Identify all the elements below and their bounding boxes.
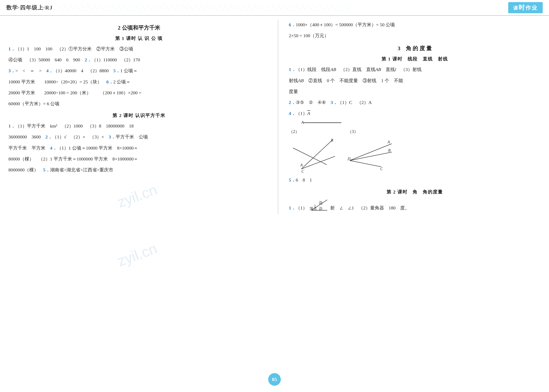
page-number: 85 xyxy=(268,373,281,386)
num-l2-5: 5． xyxy=(43,167,50,173)
svg-line-10 xyxy=(350,144,392,161)
ans-l1-q1: 1．（1）1 100 100 （2）①平方分米 ②平方米 ③公顷 xyxy=(8,44,270,54)
diagram-4-3-label: （3） xyxy=(348,129,358,134)
subsection2-title: 第 2 课时 认识平方千米 xyxy=(8,112,270,119)
subsection1-title: 第 1 课时 认 识 公 顷 xyxy=(8,35,270,42)
subsection-r2-title: 第 2 课时 角 角的度量 xyxy=(289,189,541,195)
num-r1-1: 1． xyxy=(289,67,296,72)
num-l1-5: 5． xyxy=(113,68,120,73)
ans-l2-q3b: 平方千米 平方米 4．（1）1 公顷＝10000 平方米 8×10000＝ xyxy=(8,143,270,153)
ans-l1-q1b: ④公顷 （3）50000 640 6 900 2．（1）110000 （2）17… xyxy=(8,55,270,65)
subsection-r1-title: 第 1 课时 线段 直线 射线 xyxy=(289,56,541,62)
section2-title: 3 角 的 度 量 xyxy=(289,45,541,52)
num-l1-1: 1． xyxy=(8,46,15,51)
ans-l1-q3: 3．> < ＝ > 4．（1）40000 4 （2）8800 5．1 公顷＝ xyxy=(8,66,270,76)
ans-r1-q1: 1．（1）线段 线段AB （2）直线 直线AB 直线l （3）射线 xyxy=(289,65,541,74)
ke-char: 课 xyxy=(513,6,519,11)
watermark-2: zyil.cn xyxy=(115,240,159,270)
num-l2-4: 4． xyxy=(50,145,57,151)
ans-r1-q1b: 射线AB ②直线 0 个 不能度量 ③射线 1 个 不能 xyxy=(289,76,541,85)
num-l1-2: 2． xyxy=(85,57,92,62)
shi-char: 时 xyxy=(519,4,526,11)
section1-title: 2 公顷和平方千米 xyxy=(8,24,270,32)
svg-line-4 xyxy=(301,140,333,169)
right-column: 6．1000×（400＋100）= 500000（平方米）= 50 公顷 2×5… xyxy=(278,20,541,214)
svg-text:C: C xyxy=(380,167,383,171)
ans-r1-q4-label: 4．（1）A xyxy=(289,109,541,118)
diagram-4-3: （3） A B D C xyxy=(348,129,394,173)
diagram-4-1: A xyxy=(301,119,541,127)
svg-text:边: 边 xyxy=(319,201,323,205)
num-l1-3: 3． xyxy=(8,68,15,73)
ans-r1-q5: 5．6 8 1 xyxy=(289,175,541,185)
num-r-6: 6． xyxy=(289,22,296,27)
left-column: 2 公顷和平方千米 第 1 课时 认 识 公 顷 1．（1）1 100 100 … xyxy=(8,20,270,214)
diagram-area-4: （2） A B C xyxy=(289,129,541,173)
ans-r-6b: 2×50 = 100（万元） xyxy=(289,31,541,41)
ans-r2-q1: 1．（1） 顶点 边 边 1 射 ∠ ∠1 （2）量角器 180 度。 xyxy=(289,198,541,213)
angle-diagram: 顶点 边 边 1 xyxy=(309,198,328,212)
diagram-4-2: （2） A B C xyxy=(289,129,335,173)
svg-rect-1 xyxy=(57,5,351,11)
ans-l2-q1b: 36000000 3600 2．（1）√ （2）× （3）× 3．平方千米 公顷 xyxy=(8,132,270,142)
zuo-char: 作业 xyxy=(526,5,538,11)
svg-text:A: A xyxy=(300,163,303,167)
header-badge: 课时作业 xyxy=(508,2,543,13)
diagram-4-2-label: （2） xyxy=(289,129,299,134)
svg-text:1: 1 xyxy=(314,204,316,208)
ans-l2-q1: 1．（1）平方千米 km² （2）1000 （3）8 18000000 18 xyxy=(8,121,270,131)
svg-line-5 xyxy=(301,156,335,169)
svg-line-15 xyxy=(350,161,381,167)
svg-text:A: A xyxy=(387,140,390,144)
ans-l2-q4b: 8000000（棵） 5．湖南省>湖北省>江西省>重庆市 xyxy=(8,165,270,175)
num-l1-4: 4． xyxy=(46,68,53,73)
num-r1-4: 4． xyxy=(289,111,296,116)
svg-line-11 xyxy=(350,152,392,161)
num-l1-6: 6． xyxy=(106,79,113,84)
num-l2-2: 2． xyxy=(45,134,52,140)
ans-l1-q6: 20000 平方米 20000÷100 = 200（米） （200＋100）×2… xyxy=(8,88,270,98)
svg-text:B: B xyxy=(331,138,333,142)
main-content: 2 公顷和平方千米 第 1 课时 认 识 公 顷 1．（1）1 100 100 … xyxy=(0,16,549,218)
num-l2-3: 3． xyxy=(109,134,116,140)
num-r2-1: 1． xyxy=(289,205,296,210)
header-pattern xyxy=(57,5,504,11)
svg-text:C: C xyxy=(301,169,304,173)
svg-text:A: A xyxy=(301,120,304,125)
ans-l2-q4: 80000（棵） （2）1 平方千米＝1000000 平方米 8×1000000… xyxy=(8,154,270,164)
page-header: 数学·四年级上·RJ 课时作业 xyxy=(0,0,549,16)
ans-l1-q5: 10000 平方米 10000÷（20×20）= 25（块） 6．2 公顷＝ xyxy=(8,77,270,87)
header-title: 数学·四年级上·RJ xyxy=(6,4,53,11)
ans-r-6: 6．1000×（400＋100）= 500000（平方米）= 50 公顷 xyxy=(289,20,541,30)
ans-r1-q1c: 度量 xyxy=(289,87,541,96)
num-l2-1: 1． xyxy=(8,123,15,129)
ans-l1-q6b: 60000（平方米）= 6 公顷 xyxy=(8,99,270,109)
ans-r1-q2: 2．③⑤ ② ④⑥ 3．（1）C （2）A xyxy=(289,98,541,107)
num-r1-2: 2． xyxy=(289,100,296,105)
num-r1-3: 3． xyxy=(331,100,338,105)
svg-text:B: B xyxy=(388,148,391,153)
svg-text:边: 边 xyxy=(319,207,323,211)
num-r1-5: 5． xyxy=(289,177,296,182)
svg-text:D: D xyxy=(348,157,350,161)
svg-line-9 xyxy=(293,148,327,165)
